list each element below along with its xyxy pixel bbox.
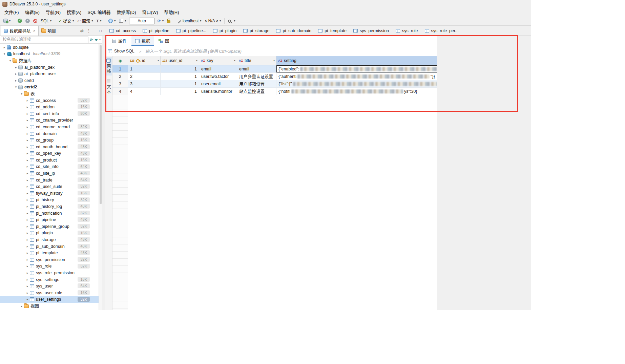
chevron-right-icon[interactable]: ▸: [25, 125, 30, 129]
column-header-title[interactable]: AZtitle▾: [237, 56, 276, 65]
cell-id[interactable]: 4: [128, 88, 161, 95]
column-menu-icon[interactable]: ▾: [196, 59, 197, 62]
column-menu-icon[interactable]: ▾: [234, 59, 235, 62]
chevron-right-icon[interactable]: ▸: [25, 264, 30, 268]
cell-title[interactable]: 站点监控设置: [237, 88, 276, 95]
view-tab-属性[interactable]: 属性: [108, 36, 130, 46]
tree-item-localhost[interactable]: ▾localhostlocalhost:3309: [0, 51, 99, 58]
tree-item-pi_sub_domain[interactable]: ▸pi_sub_domain48K: [0, 243, 99, 250]
disconnect-button[interactable]: [24, 18, 32, 24]
chevron-right-icon[interactable]: ▸: [25, 284, 30, 288]
tree-item-pi_pipeline[interactable]: ▸pi_pipeline48K: [0, 216, 99, 223]
network-button[interactable]: ▾: [107, 18, 117, 24]
chevron-right-icon[interactable]: ▸: [25, 138, 30, 142]
tree-item-cd_cname_provider[interactable]: ▸cd_cname_provider: [0, 117, 99, 124]
layout-button[interactable]: ▾: [117, 18, 128, 24]
cell-key[interactable]: user.two.factor: [199, 73, 237, 80]
chevron-right-icon[interactable]: ▸: [25, 205, 30, 208]
tree-item-cd_access[interactable]: ▸cd_access32K: [0, 97, 99, 104]
menu-navigate[interactable]: 导航(N): [43, 8, 64, 16]
chevron-right-icon[interactable]: ▸: [25, 152, 30, 155]
chevron-right-icon[interactable]: ▸: [25, 231, 30, 235]
editor-tab-pi_pipeline[interactable]: pi_pipeline: [140, 26, 174, 36]
tree-item-cd_product[interactable]: ▸cd_product16K: [0, 157, 99, 164]
menu-file[interactable]: 文件(F): [1, 8, 22, 16]
cell-setting[interactable]: {"list":[""]}: [276, 80, 437, 87]
connection-select-button[interactable]: localhost▾: [176, 18, 203, 24]
link-editor-icon[interactable]: ⇄: [80, 28, 84, 33]
search-button[interactable]: ▾: [226, 18, 237, 24]
tree-item-pi_plugin[interactable]: ▸pi_plugin16K: [0, 230, 99, 237]
editor-tab-sys_permission[interactable]: sys_permission: [351, 26, 393, 36]
menu-window[interactable]: 窗口(W): [139, 8, 161, 16]
editor-tab-pi_plugin[interactable]: pi_plugin: [211, 26, 241, 36]
cell-id[interactable]: 3: [128, 80, 161, 87]
cell-key[interactable]: email: [199, 65, 237, 72]
tree-item-pi_history[interactable]: ▸pi_history32K: [0, 197, 99, 204]
filter-settings-icon[interactable]: [95, 39, 98, 41]
cell-setting[interactable]: {"authenti"}}: [276, 73, 437, 80]
lock-button[interactable]: [165, 18, 172, 24]
cell-title[interactable]: 用户多重认证设置: [237, 73, 276, 80]
chevron-right-icon[interactable]: ▸: [25, 298, 30, 301]
column-header-key[interactable]: AZkey▾: [199, 56, 237, 65]
chevron-right-icon[interactable]: ▸: [25, 132, 30, 135]
editor-tab-pi_sub_domain[interactable]: pi_sub_domain: [274, 26, 316, 36]
chevron-right-icon[interactable]: ▸: [14, 66, 18, 69]
tree-item-cd_open_key[interactable]: ▸cd_open_key48K: [0, 150, 99, 157]
chevron-down-icon[interactable]: ▾: [19, 92, 24, 95]
chevron-right-icon[interactable]: ▸: [25, 278, 30, 281]
tree-item-user_settings[interactable]: ▸user_settings32K: [0, 296, 99, 303]
tree-item-sys_settings[interactable]: ▸sys_settings16K: [0, 276, 99, 283]
db-connection-button[interactable]: ▾: [2, 18, 12, 24]
tree-item-sys_user[interactable]: ▸sys_user64K: [0, 283, 99, 290]
tree-item-clipped[interactable]: ▸: [0, 309, 99, 310]
show-sql-button[interactable]: Show SQL: [108, 49, 134, 53]
menu-database[interactable]: 数据库(D): [114, 8, 139, 16]
chevron-right-icon[interactable]: ▸: [19, 304, 24, 308]
chevron-right-icon[interactable]: ▸: [25, 251, 30, 255]
tree-item-cd_oauth_bound[interactable]: ▸cd_oauth_bound48K: [0, 144, 99, 150]
chevron-down-icon[interactable]: ▾: [2, 52, 7, 56]
presentation-tab-文本[interactable]: 文本: [105, 78, 112, 96]
row-number[interactable]: 2: [112, 73, 128, 80]
menu-sql-editor[interactable]: SQL 编辑器: [84, 8, 113, 16]
column-menu-icon[interactable]: ▾: [158, 59, 159, 62]
editor-tab-sys_role[interactable]: sys_role: [393, 26, 422, 36]
tree-item-sys_role_permission[interactable]: ▸sys_role_permission: [0, 270, 99, 276]
cell-setting[interactable]: {"notifiys":30}: [276, 88, 437, 95]
column-header-id[interactable]: 123id▾: [128, 56, 161, 65]
editor-tab-pi_pipeline[interactable]: pi_pipeline...: [174, 26, 211, 36]
tree-item-pi_storage[interactable]: ▸pi_storage48K: [0, 236, 99, 243]
connection-filter-input[interactable]: [1, 37, 88, 43]
column-header-user_id[interactable]: 123user_id▾: [161, 56, 199, 65]
sidebar-scrollbar[interactable]: [99, 44, 102, 310]
tree-item-ai_platform_user[interactable]: ▸ai_platform_user: [0, 70, 99, 77]
cell-id[interactable]: 2: [128, 73, 161, 80]
cell-setting[interactable]: {"enabled":: [276, 65, 437, 72]
presentation-tab-网格[interactable]: 网格: [105, 57, 112, 76]
tab-projects[interactable]: 项目: [39, 26, 59, 36]
chevron-right-icon[interactable]: ▸: [25, 225, 30, 228]
tab-database-navigator[interactable]: 数据库导航 ×: [1, 26, 39, 36]
menu-help[interactable]: 帮助(H): [161, 8, 182, 16]
transaction-log-button[interactable]: ▾: [95, 18, 103, 24]
column-header-setting[interactable]: AZsetting▾: [276, 56, 437, 65]
tree-item-sys_permission[interactable]: ▸sys_permission32K: [0, 256, 99, 263]
tree-item-pi_notification[interactable]: ▸pi_notification32K: [0, 210, 99, 217]
chevron-right-icon[interactable]: ▸: [25, 165, 30, 168]
tree-item-sys_role[interactable]: ▸sys_role32K: [0, 263, 99, 270]
chevron-right-icon[interactable]: ▸: [25, 145, 30, 149]
chevron-right-icon[interactable]: ▸: [25, 238, 30, 241]
view-menu-icon[interactable]: ⋮: [87, 28, 91, 33]
editor-tab-pi_template[interactable]: pi_template: [316, 26, 351, 36]
database-select-button[interactable]: < N/A >▾: [203, 18, 223, 24]
maximize-icon[interactable]: □: [99, 28, 102, 33]
tree-item-表[interactable]: ▾表: [0, 90, 99, 97]
tree-item-cd_group[interactable]: ▸cd_group16K: [0, 137, 99, 144]
tree-item-cd_domain[interactable]: ▸cd_domain48K: [0, 130, 99, 137]
chevron-right-icon[interactable]: ▸: [25, 271, 30, 275]
close-icon[interactable]: ×: [33, 28, 36, 33]
new-sql-editor-button[interactable]: SQL▾: [39, 18, 53, 24]
tree-item-cd_addon[interactable]: ▸cd_addon16K: [0, 104, 99, 110]
